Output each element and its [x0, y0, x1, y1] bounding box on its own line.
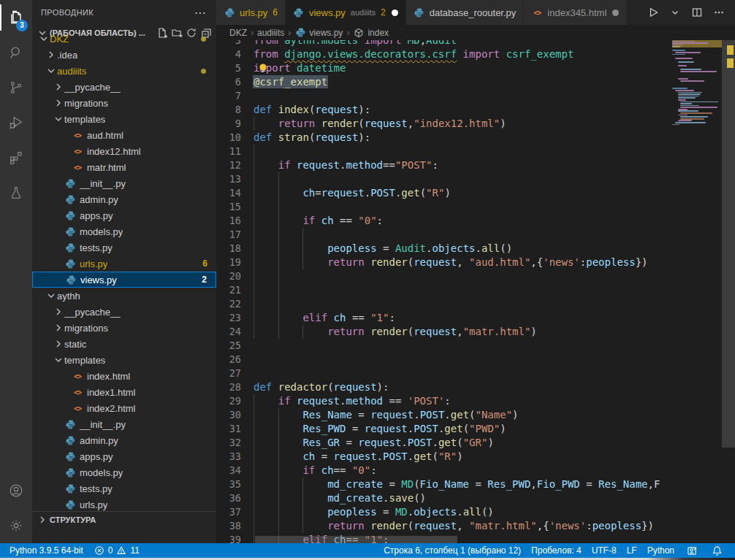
tab-views-py[interactable]: views.pyaudiiits2: [286, 0, 406, 25]
tree-item-audiiits[interactable]: audiiits: [32, 63, 216, 79]
tree-item-urls-py[interactable]: urls.py: [32, 496, 216, 511]
explorer-more-actions-button[interactable]: ⋯: [193, 5, 207, 20]
indent-guide: [302, 242, 303, 256]
encoding-status[interactable]: UTF-8: [587, 543, 622, 558]
tree-item-index-html[interactable]: <>index.html: [32, 368, 216, 384]
split-editor-button[interactable]: [690, 5, 704, 20]
code-line-38: 38 return render(request, "matr.html",{'…: [216, 519, 672, 533]
activity-item-explorer[interactable]: 3: [0, 0, 32, 35]
indent-guide: [278, 297, 279, 311]
breadcrumb[interactable]: DKZ›audiiits›views.py›index: [216, 25, 735, 40]
indentation-status[interactable]: Пробелов: 4: [526, 543, 587, 558]
code-editor[interactable]: 3from aythh.models import MD,Audit4from …: [216, 40, 672, 543]
tree-item-apps-py[interactable]: apps.py: [32, 448, 216, 464]
activity-item-source-control[interactable]: [0, 70, 32, 105]
line-number: 10: [216, 131, 241, 145]
activity-item-accounts[interactable]: [0, 473, 32, 508]
indent-guide: [302, 491, 303, 505]
horizontal-scrollbar[interactable]: [255, 536, 457, 543]
tab-database-roouter-py[interactable]: database_roouter.py: [406, 0, 525, 25]
tree-item-matr-html[interactable]: <>matr.html: [32, 159, 216, 175]
extensions-icon: [8, 150, 24, 166]
html-file-icon: <>: [72, 145, 83, 157]
tree-item--init-py[interactable]: __init__.py: [32, 416, 216, 432]
indent-guide: [278, 450, 279, 464]
line-number: 38: [216, 519, 241, 533]
activity-item-search[interactable]: [0, 35, 32, 70]
tree-item-admin-py[interactable]: admin.py: [32, 191, 216, 207]
python-file-icon: [65, 274, 77, 285]
tree-item-urls-py[interactable]: urls.py6: [32, 256, 216, 272]
lightbulb-icon[interactable]: [258, 63, 268, 74]
breadcrumb-item-audiiits[interactable]: audiiits: [257, 28, 284, 38]
tree-item-templates[interactable]: templates: [32, 352, 216, 368]
tree-item--pycache-[interactable]: __pycache__: [32, 79, 216, 95]
activity-item-extensions[interactable]: [0, 140, 32, 175]
activity-item-run-debug[interactable]: [0, 105, 32, 140]
tree-item-templates[interactable]: templates: [32, 111, 216, 127]
tree-item-models-py[interactable]: models.py: [32, 223, 216, 239]
tree-item-index12-html[interactable]: <>index12.html: [32, 143, 216, 159]
python-interpreter-status[interactable]: Python 3.9.5 64-bit: [4, 543, 88, 558]
tree-item--init-py[interactable]: __init__.py: [32, 175, 216, 191]
code-line-4: 4from django.views.decorators.csrf impor…: [216, 47, 672, 61]
code-line-11: 11: [216, 145, 672, 158]
python-file-icon: [64, 242, 76, 253]
breadcrumb-item-views-py[interactable]: views.py: [294, 27, 343, 39]
tree-item-tests-py[interactable]: tests.py: [32, 480, 216, 496]
tree-item-aythh[interactable]: aythh: [32, 288, 216, 304]
outline-section-header[interactable]: СТРУКТУРА: [32, 511, 216, 527]
chevron-right-icon: [45, 49, 57, 61]
tree-item-apps-py[interactable]: apps.py: [32, 207, 216, 223]
tree-item-index2-html[interactable]: <>index2.html: [32, 400, 216, 416]
activity-item-testing[interactable]: [0, 175, 32, 210]
overview-ruler[interactable]: [722, 40, 735, 543]
chevron-right-icon: [53, 322, 64, 334]
tree-item-aud-html[interactable]: <>aud.html: [32, 127, 216, 143]
tree-item-label: admin.py: [80, 194, 118, 205]
tab-urls-py[interactable]: urls.py6: [216, 0, 286, 25]
feedback-button[interactable]: [679, 543, 704, 558]
minimap[interactable]: [672, 40, 722, 543]
tab-label: database_roouter.py: [430, 7, 517, 18]
tab-description: audiiits: [351, 8, 376, 17]
tree-item-dkz[interactable]: DKZ: [32, 35, 216, 47]
eol-status[interactable]: LF: [622, 543, 642, 558]
indent-guide: [302, 519, 303, 533]
tree-item-migrations[interactable]: migrations: [32, 95, 216, 111]
run-dropdown-button[interactable]: [668, 5, 682, 20]
tree-item-admin-py[interactable]: admin.py: [32, 432, 216, 448]
tree-item-views-py[interactable]: views.py2: [32, 272, 216, 288]
tree-item--pycache-[interactable]: __pycache__: [32, 304, 216, 320]
tree-item-label: tests.py: [80, 483, 113, 494]
language-mode-status[interactable]: Python: [642, 543, 679, 558]
bell-icon: [709, 543, 724, 558]
vertical-scrollbar[interactable]: [722, 40, 735, 448]
tree-item-index1-html[interactable]: <>index1.html: [32, 384, 216, 400]
code-line-21: 21: [216, 283, 672, 297]
activity-item-settings[interactable]: [0, 508, 32, 543]
code-line-23: 23 elif ch == "1":: [216, 311, 672, 325]
tree-item-models-py[interactable]: models.py: [32, 464, 216, 480]
tree-item-static[interactable]: static: [32, 336, 216, 352]
breadcrumb-item-dkz[interactable]: DKZ: [229, 28, 247, 38]
tree-item-label: migrations: [64, 98, 108, 109]
more-actions-button[interactable]: [712, 5, 726, 20]
run-python-file-button[interactable]: [646, 5, 660, 20]
tree-item-label: __init__.py: [80, 419, 126, 430]
code-line-26: 26: [216, 353, 672, 367]
code-line-18: 18 peopless = Audit.objects.all(): [216, 242, 672, 256]
indent-guide: [254, 145, 254, 158]
tree-item-tests-py[interactable]: tests.py: [32, 239, 216, 256]
code-line-35: 35 md_create = MD(Fio_Name = Res_PWD,Fio…: [216, 477, 672, 491]
breadcrumb-item-index[interactable]: index: [353, 27, 389, 39]
cursor-position-status[interactable]: Строка 6, столбец 1 (выбрано 12): [378, 543, 526, 558]
tree-item--idea[interactable]: .idea: [32, 47, 216, 63]
problems-status[interactable]: 0 11: [88, 543, 145, 558]
tree-item-migrations[interactable]: migrations: [32, 320, 216, 336]
file-tree: DKZ.ideaaudiiits__pycache__migrationstem…: [32, 35, 216, 511]
notifications-button[interactable]: [704, 543, 729, 558]
tree-item-label: aythh: [57, 291, 80, 302]
tree-item-label: admin.py: [80, 435, 118, 446]
tab-index345-html[interactable]: <>index345.html: [524, 0, 627, 25]
